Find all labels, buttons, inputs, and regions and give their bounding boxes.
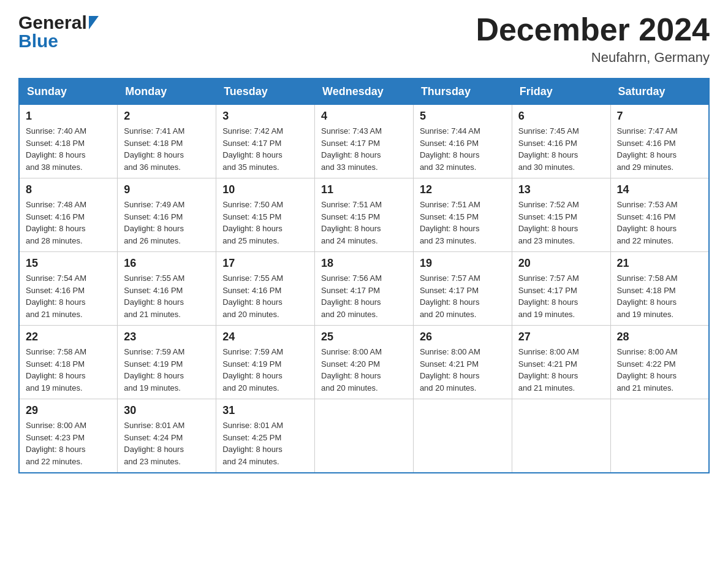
day-info: Sunrise: 7:56 AMSunset: 4:17 PMDaylight:… [321, 272, 407, 320]
calendar-cell: 17Sunrise: 7:55 AMSunset: 4:16 PMDayligh… [216, 252, 315, 326]
day-number: 25 [321, 331, 407, 343]
logo-blue-text: Blue [18, 31, 58, 52]
day-info: Sunrise: 7:51 AMSunset: 4:15 PMDaylight:… [420, 199, 506, 247]
calendar-cell: 1Sunrise: 7:40 AMSunset: 4:18 PMDaylight… [19, 105, 118, 178]
calendar-cell: 19Sunrise: 7:57 AMSunset: 4:17 PMDayligh… [413, 252, 512, 326]
day-info: Sunrise: 7:41 AMSunset: 4:18 PMDaylight:… [124, 125, 210, 173]
calendar-cell: 9Sunrise: 7:49 AMSunset: 4:16 PMDaylight… [118, 178, 216, 252]
calendar-header-row: SundayMondayTuesdayWednesdayThursdayFrid… [19, 79, 709, 105]
column-header-wednesday: Wednesday [315, 79, 414, 105]
calendar-cell [610, 399, 709, 473]
day-info: Sunrise: 7:59 AMSunset: 4:19 PMDaylight:… [124, 346, 210, 394]
day-number: 9 [124, 183, 210, 196]
day-number: 27 [518, 331, 604, 343]
day-number: 24 [222, 331, 308, 343]
page-subtitle: Neufahrn, Germany [476, 50, 710, 66]
column-header-tuesday: Tuesday [216, 79, 315, 105]
day-info: Sunrise: 8:00 AMSunset: 4:21 PMDaylight:… [420, 346, 506, 394]
day-number: 17 [222, 257, 308, 270]
calendar-cell: 16Sunrise: 7:55 AMSunset: 4:16 PMDayligh… [118, 252, 216, 326]
calendar-table: SundayMondayTuesdayWednesdayThursdayFrid… [18, 78, 710, 473]
column-header-saturday: Saturday [610, 79, 709, 105]
day-number: 4 [321, 110, 407, 123]
day-info: Sunrise: 7:57 AMSunset: 4:17 PMDaylight:… [518, 272, 604, 320]
day-number: 2 [124, 110, 210, 123]
calendar-cell [512, 399, 610, 473]
day-info: Sunrise: 8:00 AMSunset: 4:23 PMDaylight:… [26, 419, 111, 467]
calendar-week-row: 8Sunrise: 7:48 AMSunset: 4:16 PMDaylight… [19, 178, 709, 252]
day-info: Sunrise: 7:53 AMSunset: 4:16 PMDaylight:… [617, 199, 702, 247]
calendar-cell: 10Sunrise: 7:50 AMSunset: 4:15 PMDayligh… [216, 178, 315, 252]
day-number: 13 [518, 183, 604, 196]
day-info: Sunrise: 7:51 AMSunset: 4:15 PMDaylight:… [321, 199, 407, 247]
day-info: Sunrise: 8:01 AMSunset: 4:24 PMDaylight:… [124, 419, 210, 467]
day-info: Sunrise: 7:47 AMSunset: 4:16 PMDaylight:… [617, 125, 702, 173]
calendar-cell: 28Sunrise: 8:00 AMSunset: 4:22 PMDayligh… [610, 326, 709, 399]
day-info: Sunrise: 8:00 AMSunset: 4:21 PMDaylight:… [518, 346, 604, 394]
day-info: Sunrise: 7:57 AMSunset: 4:17 PMDaylight:… [420, 272, 506, 320]
calendar-cell: 14Sunrise: 7:53 AMSunset: 4:16 PMDayligh… [610, 178, 709, 252]
calendar-cell: 5Sunrise: 7:44 AMSunset: 4:16 PMDaylight… [413, 105, 512, 178]
day-number: 21 [617, 257, 702, 270]
logo: General Blue [18, 12, 99, 52]
day-info: Sunrise: 7:44 AMSunset: 4:16 PMDaylight:… [420, 125, 506, 173]
calendar-cell: 7Sunrise: 7:47 AMSunset: 4:16 PMDaylight… [610, 105, 709, 178]
calendar-week-row: 15Sunrise: 7:54 AMSunset: 4:16 PMDayligh… [19, 252, 709, 326]
day-info: Sunrise: 7:55 AMSunset: 4:16 PMDaylight:… [222, 272, 308, 320]
calendar-cell: 27Sunrise: 8:00 AMSunset: 4:21 PMDayligh… [512, 326, 610, 399]
calendar-cell: 15Sunrise: 7:54 AMSunset: 4:16 PMDayligh… [19, 252, 118, 326]
day-info: Sunrise: 7:49 AMSunset: 4:16 PMDaylight:… [124, 199, 210, 247]
calendar-cell: 30Sunrise: 8:01 AMSunset: 4:24 PMDayligh… [118, 399, 216, 473]
column-header-sunday: Sunday [19, 79, 118, 105]
calendar-cell [413, 399, 512, 473]
day-number: 10 [222, 183, 308, 196]
calendar-cell: 31Sunrise: 8:01 AMSunset: 4:25 PMDayligh… [216, 399, 315, 473]
day-info: Sunrise: 7:50 AMSunset: 4:15 PMDaylight:… [222, 199, 308, 247]
day-number: 5 [420, 110, 506, 123]
day-info: Sunrise: 7:45 AMSunset: 4:16 PMDaylight:… [518, 125, 604, 173]
day-info: Sunrise: 7:55 AMSunset: 4:16 PMDaylight:… [124, 272, 210, 320]
calendar-week-row: 22Sunrise: 7:58 AMSunset: 4:18 PMDayligh… [19, 326, 709, 399]
column-header-monday: Monday [118, 79, 216, 105]
day-number: 15 [26, 257, 111, 270]
day-number: 11 [321, 183, 407, 196]
day-info: Sunrise: 8:00 AMSunset: 4:22 PMDaylight:… [617, 346, 702, 394]
day-number: 16 [124, 257, 210, 270]
day-number: 7 [617, 110, 702, 123]
calendar-cell: 3Sunrise: 7:42 AMSunset: 4:17 PMDaylight… [216, 105, 315, 178]
day-number: 23 [124, 331, 210, 343]
day-info: Sunrise: 7:52 AMSunset: 4:15 PMDaylight:… [518, 199, 604, 247]
calendar-cell: 25Sunrise: 8:00 AMSunset: 4:20 PMDayligh… [315, 326, 414, 399]
day-number: 14 [617, 183, 702, 196]
column-header-thursday: Thursday [413, 79, 512, 105]
calendar-cell: 21Sunrise: 7:58 AMSunset: 4:18 PMDayligh… [610, 252, 709, 326]
day-info: Sunrise: 7:40 AMSunset: 4:18 PMDaylight:… [26, 125, 111, 173]
logo-general-text: General [18, 12, 87, 33]
calendar-cell: 18Sunrise: 7:56 AMSunset: 4:17 PMDayligh… [315, 252, 414, 326]
day-info: Sunrise: 7:43 AMSunset: 4:17 PMDaylight:… [321, 125, 407, 173]
calendar-cell: 8Sunrise: 7:48 AMSunset: 4:16 PMDaylight… [19, 178, 118, 252]
day-info: Sunrise: 8:01 AMSunset: 4:25 PMDaylight:… [222, 419, 308, 467]
calendar-cell: 11Sunrise: 7:51 AMSunset: 4:15 PMDayligh… [315, 178, 414, 252]
day-number: 19 [420, 257, 506, 270]
day-number: 20 [518, 257, 604, 270]
calendar-cell: 6Sunrise: 7:45 AMSunset: 4:16 PMDaylight… [512, 105, 610, 178]
calendar-cell: 4Sunrise: 7:43 AMSunset: 4:17 PMDaylight… [315, 105, 414, 178]
day-info: Sunrise: 8:00 AMSunset: 4:20 PMDaylight:… [321, 346, 407, 394]
calendar-cell: 20Sunrise: 7:57 AMSunset: 4:17 PMDayligh… [512, 252, 610, 326]
day-number: 8 [26, 183, 111, 196]
calendar-cell: 22Sunrise: 7:58 AMSunset: 4:18 PMDayligh… [19, 326, 118, 399]
page-title: December 2024 [476, 12, 710, 47]
day-number: 3 [222, 110, 308, 123]
column-header-friday: Friday [512, 79, 610, 105]
day-number: 30 [124, 404, 210, 417]
calendar-week-row: 1Sunrise: 7:40 AMSunset: 4:18 PMDaylight… [19, 105, 709, 178]
day-number: 29 [26, 404, 111, 417]
logo-triangle-icon [89, 16, 99, 29]
day-number: 12 [420, 183, 506, 196]
day-number: 31 [222, 404, 308, 417]
calendar-cell: 26Sunrise: 8:00 AMSunset: 4:21 PMDayligh… [413, 326, 512, 399]
day-info: Sunrise: 7:48 AMSunset: 4:16 PMDaylight:… [26, 199, 111, 247]
day-number: 22 [26, 331, 111, 343]
calendar-cell: 29Sunrise: 8:00 AMSunset: 4:23 PMDayligh… [19, 399, 118, 473]
